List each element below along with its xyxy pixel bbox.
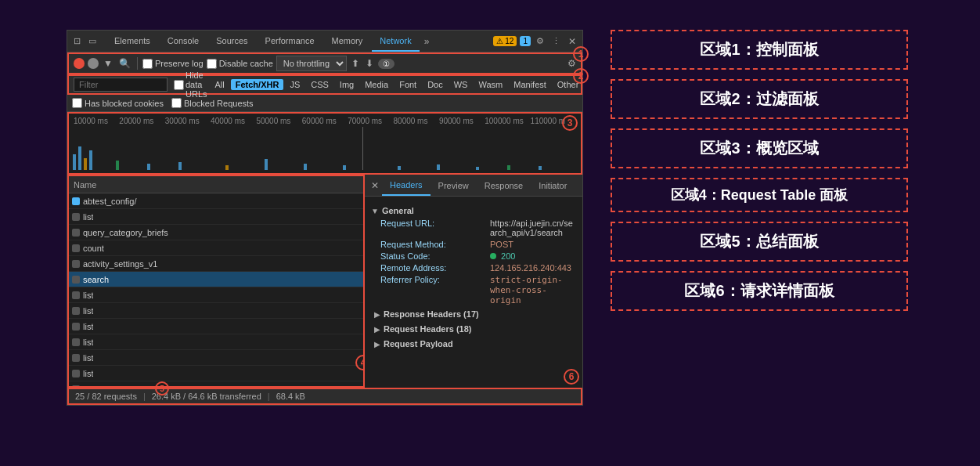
blocked-requests-label[interactable]: Blocked Requests <box>171 98 254 108</box>
has-blocked-cookies-label[interactable]: Has blocked cookies <box>72 98 164 108</box>
row-status-icon <box>72 244 80 252</box>
label-box-6: 区域6：请求详情面板 <box>611 271 908 311</box>
row-name: query_category_briefs <box>83 228 168 237</box>
filter-fetch-xhr[interactable]: Fetch/XHR <box>231 79 284 90</box>
hide-data-urls-label[interactable]: Hide data URLs <box>174 70 207 99</box>
has-blocked-cookies-checkbox[interactable] <box>72 98 82 108</box>
filter-manifest[interactable]: Manifest <box>509 79 551 90</box>
requests-count: 25 / 82 requests <box>75 392 137 401</box>
tab-network[interactable]: Network <box>372 31 419 52</box>
tab-more-icon[interactable]: » <box>421 36 433 47</box>
filter-bar: Hide data URLs All Fetch/XHR JS CSS Img … <box>67 74 582 95</box>
network-toolbar: ▼ 🔍 Preserve log Disable cache No thrott… <box>67 52 582 74</box>
request-payload-section[interactable]: ▶ Request Payload <box>371 338 576 350</box>
filter-media[interactable]: Media <box>360 79 393 90</box>
disable-cache-label[interactable]: Disable cache <box>207 59 273 69</box>
row-status-icon <box>72 213 80 221</box>
blocked-requests-checkbox[interactable] <box>171 98 182 108</box>
detail-close-icon[interactable]: ✕ <box>368 180 382 191</box>
devtools-inspect-icon[interactable]: ⊡ <box>70 35 83 48</box>
row-name: list <box>83 338 93 347</box>
general-section-header[interactable]: ▼ General <box>371 206 576 215</box>
more-icon[interactable]: ⋮ <box>549 35 562 48</box>
region-badge-2: 2 <box>573 68 589 84</box>
table-row[interactable]: query_category_briefs <box>69 225 363 240</box>
row-status-icon <box>72 229 80 237</box>
region-badge-3: 3 <box>562 115 578 131</box>
detail-tab-headers[interactable]: Headers <box>382 175 431 196</box>
close-button[interactable]: ✕ <box>565 36 579 47</box>
tab-sources[interactable]: Sources <box>208 31 255 52</box>
record-button[interactable] <box>74 58 85 69</box>
response-headers-section[interactable]: ▶ Response Headers (17) <box>371 308 576 320</box>
table-row[interactable]: list <box>69 287 363 303</box>
referrer-policy-value: strict-origin-when-cross-origin <box>490 275 576 305</box>
table-row[interactable]: list <box>69 303 363 319</box>
devtools-icons: ⊡ ▭ <box>70 35 99 48</box>
row-name: list <box>83 369 93 378</box>
status-code-value: 200 <box>490 251 515 261</box>
row-name: list <box>83 322 93 331</box>
throttling-select[interactable]: No throttling <box>276 56 347 71</box>
table-rows[interactable]: abtest_config/ list query_category_brief… <box>69 193 363 386</box>
tab-memory[interactable]: Memory <box>324 31 371 52</box>
warning-badge: ⚠ 12 <box>493 36 517 46</box>
label-box-4: 区域4：Request Table 面板 <box>611 178 908 212</box>
detail-tab-preview[interactable]: Preview <box>431 175 477 196</box>
row-status-icon <box>72 338 80 346</box>
table-row-selected[interactable]: search <box>69 272 363 287</box>
filter-all[interactable]: All <box>211 79 229 90</box>
import-icon[interactable]: ⬆ <box>350 56 361 70</box>
filter-font[interactable]: Font <box>395 79 421 90</box>
remote-address-row: Remote Address: 124.165.216.240:443 <box>380 263 576 273</box>
filter-css[interactable]: CSS <box>306 79 333 90</box>
table-row[interactable]: list <box>69 334 363 350</box>
row-name: list <box>83 306 93 316</box>
filter-img[interactable]: Img <box>335 79 358 90</box>
detail-tab-timing[interactable]: Timing <box>575 175 582 196</box>
search-icon[interactable]: 🔍 <box>117 56 132 70</box>
table-row[interactable]: list <box>69 350 363 366</box>
label-box-3: 区域3：概览区域 <box>611 128 908 168</box>
filter-wasm[interactable]: Wasm <box>474 79 507 90</box>
preserve-log-checkbox[interactable] <box>142 59 153 69</box>
timeline-chart[interactable] <box>69 127 581 170</box>
filter-input[interactable] <box>74 78 168 92</box>
timeline-area: 10000 ms 20000 ms 30000 ms 40000 ms 5000… <box>67 112 582 175</box>
label-text-2: 区域2：过滤面板 <box>700 89 818 110</box>
clear-button[interactable] <box>88 58 99 69</box>
filter-icon[interactable]: ▼ <box>102 56 114 70</box>
table-row[interactable]: list <box>69 366 363 381</box>
filter-doc[interactable]: Doc <box>423 79 448 90</box>
devtools-device-icon[interactable]: ▭ <box>86 35 99 48</box>
tab-performance[interactable]: Performance <box>258 31 322 52</box>
info-badge: 1 <box>520 36 531 46</box>
status-bar: 25 / 82 requests 5 | 26.4 kB / 64.6 kB t… <box>67 388 582 405</box>
tab-elements[interactable]: Elements <box>106 31 158 52</box>
table-row[interactable]: activity_settings_v1 <box>69 256 363 272</box>
total-size: 68.4 kB <box>276 392 305 401</box>
table-row[interactable]: count <box>69 240 363 256</box>
row-name: list <box>83 291 93 300</box>
filter-js[interactable]: JS <box>285 79 304 90</box>
table-header: Name <box>69 176 363 193</box>
filter-types: All Fetch/XHR JS CSS Img Media Font Doc … <box>211 79 584 90</box>
export-icon[interactable]: ⬇ <box>364 56 375 70</box>
detail-tab-initiator[interactable]: Initiator <box>531 175 575 196</box>
detail-content: ▼ General Request URL: https://api.jueji… <box>365 197 582 388</box>
table-row[interactable]: list <box>69 209 363 225</box>
table-row[interactable]: list <box>69 319 363 334</box>
separator2: | <box>268 392 270 401</box>
table-row[interactable]: abtest_config/ <box>69 193 363 209</box>
request-headers-section[interactable]: ▶ Request Headers (18) <box>371 323 576 335</box>
hide-data-urls-checkbox[interactable] <box>174 80 184 90</box>
row-status-icon <box>72 291 80 299</box>
preserve-log-label[interactable]: Preserve log <box>142 59 204 69</box>
disable-cache-checkbox[interactable] <box>207 59 217 69</box>
separator: | <box>143 392 146 401</box>
table-row[interactable]: list <box>69 381 363 386</box>
tab-console[interactable]: Console <box>160 31 207 52</box>
detail-tab-response[interactable]: Response <box>477 175 531 196</box>
filter-ws[interactable]: WS <box>449 79 473 90</box>
settings-icon[interactable]: ⚙ <box>534 35 546 48</box>
